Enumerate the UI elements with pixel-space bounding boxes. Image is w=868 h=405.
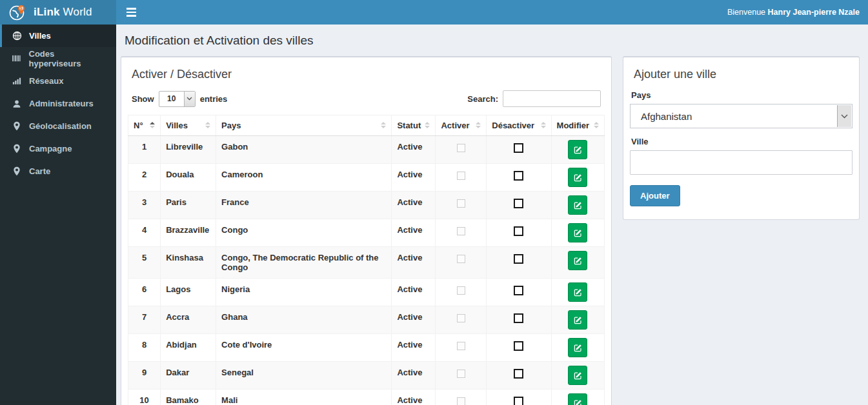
- barcode-icon: [12, 54, 22, 63]
- welcome-message: Bienvenue Hanry Jean-pierre Nzale: [727, 8, 860, 17]
- modifier-button[interactable]: [568, 282, 587, 302]
- navbar: Bienvenue Hanry Jean-pierre Nzale: [116, 0, 868, 25]
- sort-arrows-icon: [425, 122, 430, 128]
- activer-checkbox: [457, 342, 465, 350]
- desactiver-checkbox[interactable]: [514, 171, 523, 181]
- table-row: 2 Douala Cameroon Active: [128, 164, 605, 192]
- ajouter-button[interactable]: Ajouter: [630, 185, 680, 206]
- desactiver-checkbox[interactable]: [514, 199, 523, 208]
- sidebar-item-label: Campagne: [29, 144, 72, 153]
- status-value: Active: [392, 192, 436, 219]
- modifier-button[interactable]: [568, 223, 587, 242]
- sidebar-item-carte[interactable]: Carte: [0, 160, 116, 183]
- desactiver-checkbox[interactable]: [514, 313, 523, 323]
- sidebar-item-label: Administrateurs: [29, 99, 94, 108]
- brand-title: iLink World: [34, 6, 92, 19]
- ville-input[interactable]: [630, 150, 853, 175]
- sidebar-item-codes-hyperviseurs[interactable]: Codes hyperviseurs: [0, 47, 116, 70]
- status-value: Active: [392, 334, 436, 362]
- brand-light: World: [63, 6, 92, 18]
- status-value: Active: [392, 219, 436, 247]
- modifier-button[interactable]: [568, 310, 587, 330]
- table-row: 6 Lagos Nigeria Active: [128, 279, 605, 306]
- cities-table: N°VillesPaysStatutActiverDésactiverModif…: [128, 115, 605, 405]
- desactiver-checkbox[interactable]: [514, 369, 523, 379]
- sidebar-item-g-olocalisation[interactable]: Géolocalisation: [0, 115, 116, 137]
- status-value: Active: [392, 390, 436, 405]
- desactiver-checkbox[interactable]: [514, 397, 523, 405]
- globe-pin-logo-icon: $: [8, 3, 26, 21]
- edit-pencil-icon: [574, 399, 582, 405]
- map-marker-icon: [12, 144, 22, 153]
- table-search-control: Search:: [467, 90, 601, 107]
- sort-arrows-icon: [381, 122, 386, 128]
- table-panel-title: Activer / Désactiver: [132, 68, 605, 81]
- modifier-button[interactable]: [568, 195, 587, 215]
- top-header: $ iLink World Bienvenue Hanry Jean-pierr…: [0, 0, 868, 25]
- table-row: 8 Abidjan Cote d'Ivoire Active: [128, 334, 605, 362]
- edit-pencil-icon: [574, 344, 582, 352]
- column-header-5[interactable]: Désactiver: [487, 115, 551, 136]
- show-label: Show: [132, 94, 154, 104]
- sidebar-item-r-seaux[interactable]: Réseaux: [0, 70, 116, 92]
- desactiver-checkbox[interactable]: [514, 143, 523, 153]
- desactiver-checkbox[interactable]: [514, 226, 523, 236]
- column-header-2[interactable]: Pays: [216, 115, 392, 136]
- modifier-button[interactable]: [568, 168, 587, 187]
- column-header-0[interactable]: N°: [128, 115, 161, 136]
- column-header-6[interactable]: Modifier: [551, 115, 604, 136]
- column-label: Statut: [397, 121, 421, 130]
- page-title: Modification et Activation des villes: [125, 34, 860, 48]
- sort-arrows-icon: [476, 122, 481, 128]
- column-header-1[interactable]: Villes: [161, 115, 216, 136]
- table-row: 5 Kinshasa Congo, The Democratic Republi…: [128, 247, 605, 279]
- edit-pencil-icon: [574, 229, 582, 237]
- modifier-button[interactable]: [568, 366, 587, 385]
- desactiver-checkbox[interactable]: [514, 254, 523, 264]
- table-row: 7 Accra Ghana Active: [128, 306, 605, 334]
- add-city-panel: Ajouter une ville Pays Afghanistan Ville…: [623, 56, 860, 220]
- edit-pencil-icon: [574, 173, 582, 182]
- modifier-button[interactable]: [568, 338, 587, 357]
- sort-arrows-icon: [150, 122, 155, 128]
- activer-checkbox: [457, 397, 465, 405]
- sidebar-toggle-hamburger-icon[interactable]: [125, 5, 138, 19]
- modifier-button[interactable]: [568, 140, 587, 159]
- pays-select[interactable]: Afghanistan: [630, 104, 853, 128]
- sidebar-item-label: Carte: [29, 166, 50, 176]
- edit-pencil-icon: [574, 146, 582, 154]
- modifier-button[interactable]: [568, 393, 587, 405]
- user-icon: [12, 99, 22, 108]
- sidebar-item-label: Villes: [29, 31, 51, 41]
- search-label: Search:: [467, 94, 498, 104]
- column-label: Modifier: [557, 121, 590, 130]
- activer-checkbox: [457, 172, 465, 180]
- edit-pencil-icon: [574, 371, 582, 380]
- column-label: Villes: [166, 121, 188, 130]
- signal-bars-icon: [12, 77, 22, 85]
- column-header-4[interactable]: Activer: [436, 115, 487, 136]
- sidebar-item-administrateurs[interactable]: Administrateurs: [0, 92, 116, 115]
- status-value: Active: [392, 247, 436, 279]
- desactiver-checkbox[interactable]: [514, 286, 523, 295]
- sidebar: Villes Codes hyperviseurs Réseaux Admini…: [0, 25, 116, 405]
- column-header-3[interactable]: Statut: [392, 115, 436, 136]
- sidebar-item-label: Réseaux: [29, 76, 63, 86]
- globe-icon: [12, 31, 22, 41]
- status-value: Active: [392, 306, 436, 334]
- welcome-user-name: Hanry Jean-pierre Nzale: [768, 8, 860, 17]
- logo-brand[interactable]: $ iLink World: [0, 0, 116, 25]
- sidebar-item-campagne[interactable]: Campagne: [0, 137, 116, 160]
- svg-text:$: $: [20, 6, 23, 11]
- column-label: N°: [134, 121, 143, 130]
- sort-arrows-icon: [541, 122, 546, 128]
- desactiver-checkbox[interactable]: [514, 341, 523, 351]
- brand-bold: iLink: [34, 6, 60, 18]
- page-length-select[interactable]: 10: [159, 91, 196, 107]
- sidebar-item-villes[interactable]: Villes: [0, 25, 116, 47]
- search-input[interactable]: [503, 90, 601, 107]
- modifier-button[interactable]: [568, 251, 587, 270]
- sort-arrows-icon: [205, 122, 210, 128]
- edit-pencil-icon: [574, 201, 582, 210]
- table-row: 10 Bamako Mali Active: [128, 390, 605, 405]
